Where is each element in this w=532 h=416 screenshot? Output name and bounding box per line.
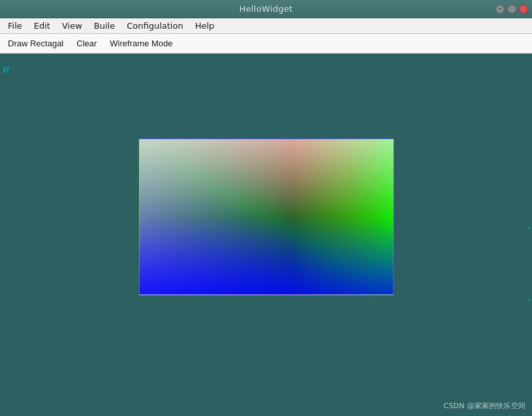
gradient-rectangle bbox=[139, 138, 394, 295]
menu-item-edit[interactable]: Edit bbox=[29, 19, 55, 33]
scroll-arrow-right-bottom[interactable]: › bbox=[527, 295, 531, 304]
window-controls: – bbox=[495, 5, 528, 14]
toolbar-btn-clear[interactable]: Clear bbox=[71, 36, 102, 52]
side-decoration-left: 好 0 Λ 量 Λ / bbox=[0, 54, 10, 416]
maximize-button[interactable] bbox=[507, 5, 516, 14]
canvas-area[interactable]: 好 0 Λ 量 Λ / › › CSDN @家家的快乐空间 bbox=[0, 54, 532, 416]
toolbar: Draw RectagalClearWireframe Mode bbox=[0, 34, 532, 54]
toolbar-btn-wireframe-mode[interactable]: Wireframe Mode bbox=[104, 36, 178, 52]
menu-item-file[interactable]: File bbox=[3, 19, 27, 33]
minimize-button[interactable]: – bbox=[495, 5, 505, 14]
menu-item-buile[interactable]: Buile bbox=[89, 19, 120, 33]
close-button[interactable] bbox=[519, 5, 528, 14]
scroll-arrow-right-top[interactable]: › bbox=[527, 223, 531, 232]
menu-item-help[interactable]: Help bbox=[190, 19, 220, 33]
menu-item-view[interactable]: View bbox=[57, 19, 87, 33]
watermark: CSDN @家家的快乐空间 bbox=[444, 401, 525, 411]
menubar: FileEditViewBuileConfigulationHelp bbox=[0, 18, 532, 34]
window-title: HelloWidget bbox=[239, 4, 292, 14]
toolbar-btn-draw-rectagal[interactable]: Draw Rectagal bbox=[3, 36, 69, 52]
minimize-icon: – bbox=[499, 6, 501, 12]
menu-item-configulation[interactable]: Configulation bbox=[121, 19, 188, 33]
titlebar: HelloWidget – bbox=[0, 0, 532, 18]
